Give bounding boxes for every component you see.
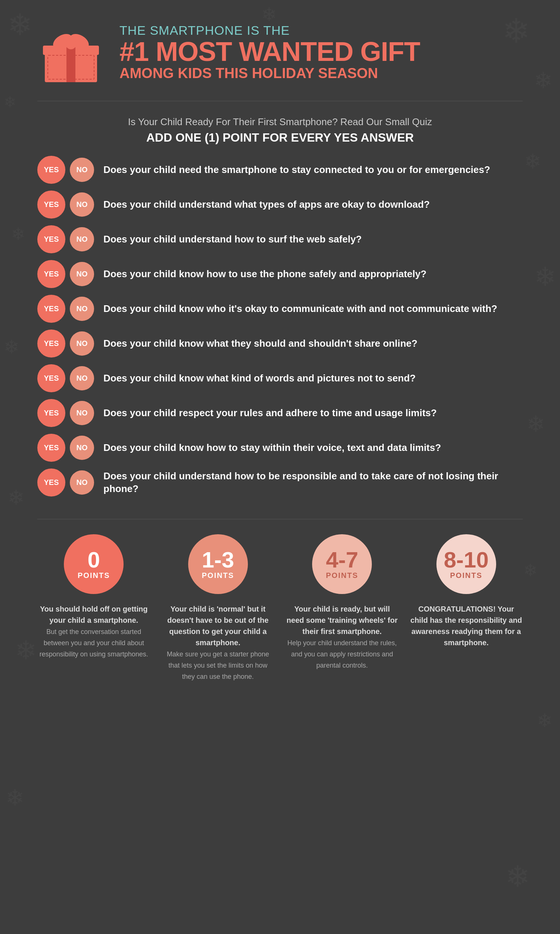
score-desc-bold-8-10: CONGRATULATIONS! Your child has the resp… — [410, 605, 522, 647]
question-row: YES NO Does your child know how to use t… — [37, 260, 523, 288]
no-button-2[interactable]: NO — [70, 193, 94, 217]
question-row: YES NO Does your child know what they sh… — [37, 330, 523, 358]
header-subtitle: THE SMARTPHONE IS THE — [120, 23, 523, 38]
page-wrapper: ❄ ❄ ❄ ❄ ❄ ❄ ❄ ❄ ❄ ❄ ❄ ❄ ❄ ❄ ❄ ❄ — [0, 0, 560, 934]
no-button-6[interactable]: NO — [70, 331, 94, 356]
score-column-1-3: 1-3 POINTS Your child is 'normal' but it… — [162, 534, 275, 682]
question-row: YES NO Does your child know what kind of… — [37, 364, 523, 392]
question-text-8: Does your child respect your rules and a… — [103, 407, 437, 419]
question-row: YES NO Does your child know how to stay … — [37, 434, 523, 462]
question-text-6: Does your child know what they should an… — [103, 338, 417, 350]
yes-button-9[interactable]: YES — [37, 434, 65, 462]
score-column-4-7: 4-7 POINTS Your child is ready, but will… — [286, 534, 399, 682]
no-button-4[interactable]: NO — [70, 262, 94, 286]
score-number-1-3: 1-3 — [202, 549, 234, 571]
yes-button-3[interactable]: YES — [37, 225, 65, 253]
no-button-10[interactable]: NO — [70, 470, 94, 495]
score-description-4-7: Your child is ready, but will need some … — [286, 603, 399, 670]
score-description-1-3: Your child is 'normal' but it doesn't ha… — [162, 603, 275, 682]
divider-2 — [37, 519, 523, 519]
score-desc-bold-4-7: Your child is ready, but will need some … — [287, 605, 398, 635]
score-desc-small-4-7: Help your child understand the rules, an… — [288, 639, 397, 669]
question-row: YES NO Does your child understand what t… — [37, 191, 523, 219]
question-row: YES NO Does your child understand how to… — [37, 469, 523, 496]
header-title: #1 MOST WANTED GIFT — [120, 38, 523, 65]
question-text-7: Does your child know what kind of words … — [103, 372, 415, 385]
score-number-0: 0 — [88, 549, 100, 571]
yes-button-5[interactable]: YES — [37, 295, 65, 323]
question-text-2: Does your child understand what types of… — [103, 198, 430, 211]
score-label-1-3: POINTS — [202, 571, 234, 580]
question-text-4: Does your child know how to use the phon… — [103, 268, 426, 281]
no-button-8[interactable]: NO — [70, 401, 94, 425]
no-button-3[interactable]: NO — [70, 227, 94, 251]
question-text-10: Does your child understand how to be res… — [103, 470, 523, 495]
no-button-7[interactable]: NO — [70, 366, 94, 390]
no-button-1[interactable]: NO — [70, 158, 94, 182]
question-row: YES NO Does your child need the smartpho… — [37, 156, 523, 184]
score-label-4-7: POINTS — [326, 571, 358, 580]
question-row: YES NO Does your child know who it's oka… — [37, 295, 523, 323]
yes-button-4[interactable]: YES — [37, 260, 65, 288]
score-desc-bold-1-3: Your child is 'normal' but it doesn't ha… — [167, 605, 268, 647]
score-circle-4-7: 4-7 POINTS — [312, 534, 372, 594]
header-text: THE SMARTPHONE IS THE #1 MOST WANTED GIF… — [120, 23, 523, 82]
quiz-intro-text: Is Your Child Ready For Their First Smar… — [37, 116, 523, 128]
score-circle-0: 0 POINTS — [64, 534, 123, 594]
score-circle-1-3: 1-3 POINTS — [188, 534, 248, 594]
question-text-1: Does your child need the smartphone to s… — [103, 163, 490, 176]
score-column-0: 0 POINTS You should hold off on getting … — [37, 534, 151, 682]
yes-button-2[interactable]: YES — [37, 191, 65, 219]
yes-button-8[interactable]: YES — [37, 399, 65, 427]
score-number-8-10: 8-10 — [444, 549, 489, 571]
question-text-5: Does your child know who it's okay to co… — [103, 303, 497, 315]
main-content: THE SMARTPHONE IS THE #1 MOST WANTED GIF… — [0, 0, 560, 701]
score-number-4-7: 4-7 — [326, 549, 358, 571]
score-desc-small-0: But get the conversation started between… — [40, 628, 148, 658]
score-circle-8-10: 8-10 POINTS — [437, 534, 496, 594]
score-label-0: POINTS — [78, 571, 110, 580]
no-button-5[interactable]: NO — [70, 297, 94, 321]
yes-button-7[interactable]: YES — [37, 364, 65, 392]
gift-box-icon — [37, 18, 105, 86]
score-column-8-10: 8-10 POINTS CONGRATULATIONS! Your child … — [410, 534, 523, 682]
score-desc-bold-0: You should hold off on getting your chil… — [40, 605, 148, 624]
scores-section: 0 POINTS You should hold off on getting … — [37, 534, 523, 682]
question-row: YES NO Does your child respect your rule… — [37, 399, 523, 427]
questions-section: YES NO Does your child need the smartpho… — [37, 156, 523, 496]
score-desc-small-1-3: Make sure you get a starter phone that l… — [167, 650, 269, 680]
question-text-9: Does your child know how to stay within … — [103, 442, 441, 454]
question-row: YES NO Does your child understand how to… — [37, 225, 523, 253]
question-text-3: Does your child understand how to surf t… — [103, 233, 362, 246]
divider-1 — [37, 101, 523, 101]
header-section: THE SMARTPHONE IS THE #1 MOST WANTED GIF… — [37, 18, 523, 86]
svg-point-7 — [66, 39, 76, 49]
no-button-9[interactable]: NO — [70, 436, 94, 460]
header-tagline: AMONG KIDS THIS HOLIDAY SEASON — [120, 65, 523, 82]
quiz-intro: Is Your Child Ready For Their First Smar… — [37, 116, 523, 145]
yes-button-6[interactable]: YES — [37, 330, 65, 358]
score-description-8-10: CONGRATULATIONS! Your child has the resp… — [410, 603, 523, 648]
quiz-instruction: ADD ONE (1) POINT FOR EVERY YES ANSWER — [37, 131, 523, 145]
yes-button-1[interactable]: YES — [37, 156, 65, 184]
score-label-8-10: POINTS — [450, 571, 482, 580]
score-description-0: You should hold off on getting your chil… — [37, 603, 151, 660]
yes-button-10[interactable]: YES — [37, 469, 65, 496]
